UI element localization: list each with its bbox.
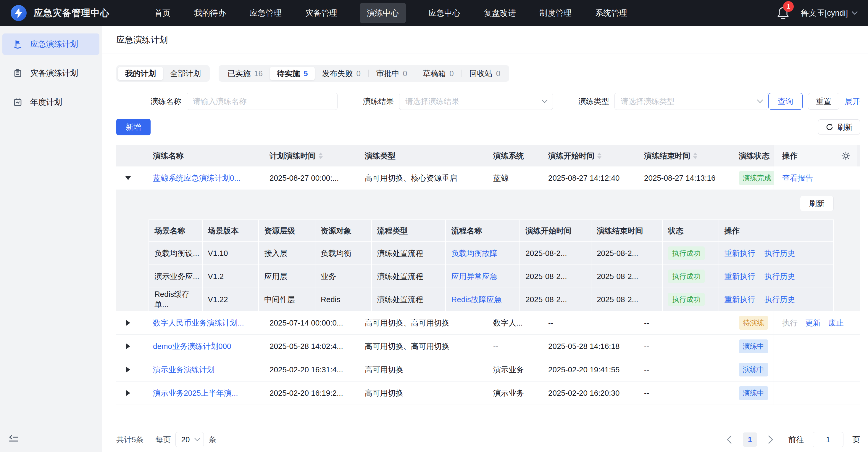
drill-type-select[interactable]: 请选择演练类型 (615, 93, 768, 110)
scene-row: 演示业务应... V1.2 应用层 业务 演练处置流程 应用异常应急 2025-… (149, 265, 833, 288)
nav-item-review-improve[interactable]: 复盘改进 (483, 3, 517, 23)
sort-icon[interactable] (693, 152, 697, 159)
header-name: 演练名称 (140, 145, 255, 166)
unit-label: 条 (209, 434, 216, 445)
user-menu[interactable]: 鲁文玉[cyndi] (801, 8, 858, 18)
status-badge: 执行成功 (668, 293, 705, 306)
notification-count-badge: 1 (783, 1, 794, 12)
tab-under-approval[interactable]: 审批中 0 (369, 67, 414, 80)
nav-item-emergency-mgmt[interactable]: 应急管理 (249, 3, 283, 23)
flow-name-link[interactable]: 应用异常应急 (451, 272, 497, 281)
sidebar-item-label: 应急演练计划 (30, 39, 78, 50)
history-link[interactable]: 执行历史 (765, 295, 795, 304)
table-header: 演练名称 计划演练时间 演练类型 演练系统 演练开始时间 演练结束时间 (116, 145, 860, 166)
scene-header-actions: 操作 (719, 220, 833, 242)
expand-row-button[interactable] (126, 367, 130, 373)
plan-name-link[interactable]: 蓝鲸系统应急演练计划0... (153, 173, 241, 183)
plan-name-link[interactable]: 演示业务演练计划 (153, 365, 215, 375)
header-end-time[interactable]: 演练结束时间 (630, 145, 724, 166)
nav-item-policy-mgmt[interactable]: 制度管理 (538, 3, 573, 23)
rerun-link[interactable]: 重新执行 (724, 272, 755, 281)
sort-icon[interactable] (319, 152, 323, 159)
sidebar-item-label: 年度计划 (30, 97, 62, 108)
status-badge: 执行成功 (668, 270, 705, 283)
tab-divider (368, 69, 369, 77)
tab-count: 16 (254, 69, 263, 78)
expand-row-button[interactable] (126, 390, 130, 396)
status-tabs: 已实施 16 待实施 5 发布失败 0 审批中 0 (219, 65, 509, 82)
drill-result-select[interactable]: 请选择演练结果 (399, 93, 553, 110)
plan-name-link[interactable]: 数字人民币业务演练计划... (153, 318, 244, 328)
scene-row: 负载均衡设... V1.10 接入层 负载均衡 演练处置流程 负载均衡故障 20… (149, 242, 833, 265)
scene-header-object: 资源对象 (315, 220, 372, 242)
sidebar-item-annual-plan[interactable]: 年度计划 (2, 91, 99, 113)
status-badge: 演练完成 (739, 171, 775, 185)
tab-count: 0 (403, 69, 407, 78)
header-expand (116, 145, 140, 166)
main-layout: 应急演练计划 灾备演练计划 (0, 26, 868, 452)
expand-row-button[interactable] (126, 343, 130, 349)
history-link[interactable]: 执行历史 (765, 249, 795, 258)
top-navbar: 应急灾备管理中心 首页 我的待办 应急管理 灾备管理 演练中心 应急中心 复盘改… (0, 0, 868, 26)
tab-count: 0 (496, 69, 500, 78)
nav-item-system-mgmt[interactable]: 系统管理 (594, 3, 628, 23)
view-report-link[interactable]: 查看报告 (782, 173, 813, 183)
tab-pending-implementation[interactable]: 待实施 5 (270, 67, 315, 80)
update-link[interactable]: 更新 (805, 318, 821, 328)
tab-drafts[interactable]: 草稿箱 0 (416, 67, 461, 80)
plan-name-link[interactable]: demo业务演练计划000 (153, 341, 231, 351)
expand-filters-link[interactable]: 展开 (845, 96, 860, 107)
drill-name-label: 演练名称 (151, 96, 181, 107)
column-settings-button[interactable] (834, 145, 857, 166)
scene-header-status: 状态 (662, 220, 719, 242)
rerun-link[interactable]: 重新执行 (724, 295, 755, 304)
header-start-time[interactable]: 演练开始时间 (534, 145, 630, 166)
nav-item-drill-center[interactable]: 演练中心 (360, 3, 406, 23)
search-button[interactable]: 查询 (768, 93, 803, 110)
header-plan-time[interactable]: 计划演练时间 (255, 145, 350, 166)
nav-item-todo[interactable]: 我的待办 (193, 3, 227, 23)
status-badge: 演练中 (739, 386, 768, 400)
page-number-1[interactable]: 1 (743, 432, 757, 447)
collapse-row-button[interactable] (125, 176, 131, 180)
tab-count: 0 (450, 69, 454, 78)
sort-icon[interactable] (597, 152, 601, 159)
goto-label: 前往 (788, 434, 804, 445)
tab-publish-failed[interactable]: 发布失败 0 (315, 67, 367, 80)
nav-item-emergency-center[interactable]: 应急中心 (427, 3, 462, 23)
sidebar-item-emergency-drill-plan[interactable]: 应急演练计划 (2, 33, 99, 55)
plan-name-link[interactable]: 演示业务2025上半年演... (153, 388, 238, 398)
expanded-scene-panel: 刷新 场景名称 场景版本 资源层级 资源对象 流 (116, 190, 860, 311)
tab-implemented[interactable]: 已实施 16 (220, 67, 270, 80)
chevron-down-icon (542, 97, 548, 103)
tab-my-plans[interactable]: 我的计划 (118, 67, 163, 80)
next-page-button[interactable] (765, 435, 773, 444)
table-row: 演示业务2025上半年演... 2025-02-20 16:19:2... 高可… (116, 382, 860, 405)
flow-name-link[interactable]: 负载均衡故障 (451, 249, 497, 258)
drill-result-label: 演练结果 (363, 96, 394, 107)
notification-bell[interactable]: 1 (777, 6, 789, 20)
reset-button[interactable]: 重置 (808, 93, 839, 110)
chevron-down-icon (851, 11, 858, 15)
page-size-select[interactable]: 20 (176, 432, 204, 447)
add-button[interactable]: 新增 (116, 119, 151, 135)
sidebar-collapse-button[interactable] (8, 433, 20, 445)
expand-row-button[interactable] (126, 320, 130, 326)
scene-refresh-button[interactable]: 刷新 (800, 196, 834, 211)
drill-name-input[interactable] (187, 93, 338, 110)
app-window: 应急灾备管理中心 首页 我的待办 应急管理 灾备管理 演练中心 应急中心 复盘改… (0, 0, 868, 452)
page-title: 应急演练计划 (102, 26, 868, 54)
goto-page-input[interactable] (813, 432, 843, 447)
tab-all-plans[interactable]: 全部计划 (163, 67, 208, 80)
refresh-button[interactable]: 刷新 (818, 119, 860, 135)
status-badge: 待演练 (739, 316, 768, 330)
sidebar-item-disaster-drill-plan[interactable]: 灾备演练计划 (2, 62, 99, 84)
rerun-link[interactable]: 重新执行 (724, 249, 755, 258)
history-link[interactable]: 执行历史 (765, 272, 795, 281)
flow-name-link[interactable]: Redis故障应急 (451, 295, 501, 304)
nav-item-disaster-mgmt[interactable]: 灾备管理 (304, 3, 338, 23)
prev-page-button[interactable] (727, 435, 735, 444)
nav-item-home[interactable]: 首页 (153, 3, 172, 23)
tab-recycle-bin[interactable]: 回收站 0 (462, 67, 507, 80)
abolish-link[interactable]: 废止 (828, 318, 844, 328)
